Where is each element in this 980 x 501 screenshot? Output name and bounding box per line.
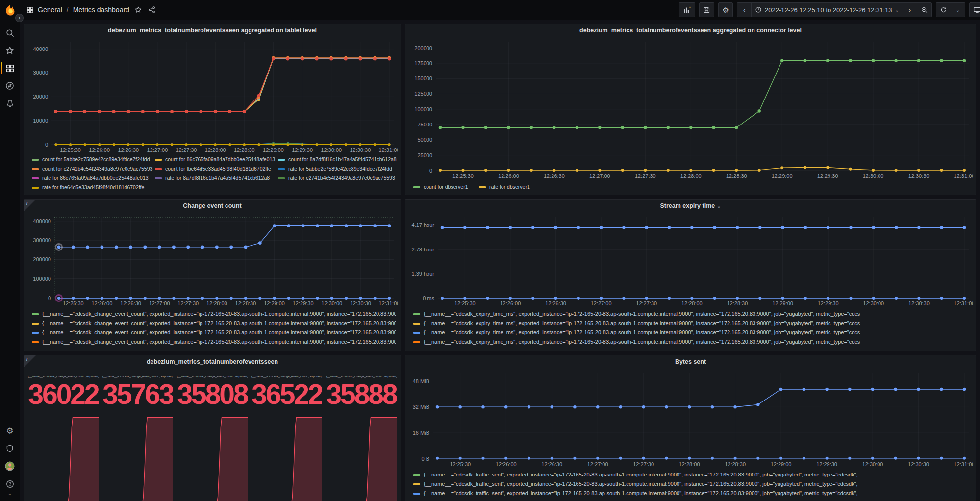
tablet-chart[interactable]: 40000300002000010000012:25:3012:26:0012:… [26, 37, 398, 154]
legend-item[interactable]: count for fbe64d5e33ad45f98f40d181d6702f… [155, 165, 276, 172]
bytes-sent-chart[interactable]: 48 MiB32 MiB16 MiB0 B12:25:3012:26:0012:… [407, 368, 973, 469]
legend-item[interactable]: count for 5abbe2c7589e42cc89e34fdce7f24f… [32, 156, 153, 163]
stat-tile[interactable]: {__name__="cdcsdk_change_event_count", e… [251, 369, 322, 501]
share-dashboard-icon[interactable] [147, 6, 157, 14]
svg-text:25000: 25000 [417, 152, 432, 158]
time-range-forward-button[interactable]: › [903, 2, 917, 17]
legend-item[interactable]: rate for fbe64d5e33ad45f98f40d181d6702ff… [32, 184, 153, 191]
explore-compass-icon[interactable] [0, 77, 20, 95]
panel-title-change-event[interactable]: Change event count [24, 200, 401, 212]
legend-item[interactable]: rate for 5abbe2c7589e42cc89e34fdce7f24fd… [278, 165, 399, 172]
cycle-view-mode-button[interactable] [969, 2, 980, 17]
legend-marker [413, 323, 420, 325]
panel-bytes-sent: Bytes sent 48 MiB32 MiB16 MiB0 B12:25:30… [405, 355, 976, 501]
dashboards-grid-icon[interactable] [26, 6, 34, 14]
svg-text:0: 0 [429, 168, 432, 174]
panel-title-bytes-sent[interactable]: Bytes sent [405, 355, 976, 368]
change-event-chart[interactable]: 400000300000200000100000012:25:3012:26:0… [26, 212, 398, 308]
sidebar-expand-button[interactable]: › [15, 14, 24, 22]
svg-text:12:29:00: 12:29:00 [263, 147, 284, 153]
legend-item[interactable]: {__name__="cdcsdk_traffic_sent", exporte… [413, 489, 971, 498]
dashboard-settings-button[interactable]: ⚙ [718, 2, 733, 17]
svg-text:12:31:00: 12:31:00 [379, 147, 398, 153]
legend-item[interactable]: {__name__="cdcsdk_traffic_sent", exporte… [413, 470, 971, 479]
connector-chart[interactable]: 2000001750001500001250001000007500050000… [407, 37, 973, 180]
stat-value: 35808 [177, 381, 248, 407]
svg-text:12:28:00: 12:28:00 [681, 301, 703, 306]
legend-item[interactable]: count for dbserver1 [413, 184, 468, 190]
refresh-interval-dropdown[interactable]: ⌄ [951, 2, 965, 17]
legend-marker [278, 168, 285, 170]
legend-item[interactable]: {__name__="cdcsdk_change_event_count", e… [32, 337, 396, 347]
stat-tile[interactable]: {__name__="cdcsdk_change_event_count", e… [102, 369, 173, 501]
breadcrumb-dashboard-title[interactable]: Metrics dashboard [73, 6, 129, 14]
legend-item[interactable]: {__name__="cdcsdk_traffic_sent", exporte… [413, 479, 971, 489]
legend-item[interactable]: {__name__="cdcsdk_expiry_time_ms", expor… [413, 309, 971, 319]
search-icon[interactable] [0, 24, 20, 42]
legend-item[interactable]: rate for c2741b4c54f24349a8e97e0c9ac7559… [278, 175, 399, 181]
svg-text:12:28:00: 12:28:00 [205, 147, 226, 153]
legend-item[interactable]: rate for 8a7df8f16c1b47a4a5f4d5741cb612a… [155, 175, 276, 181]
time-range-back-button[interactable]: ‹ [737, 2, 752, 17]
server-admin-shield-icon[interactable] [0, 440, 20, 457]
svg-text:12:25:30: 12:25:30 [452, 173, 474, 179]
stream-expiry-chart[interactable]: 4.17 hour2.78 hour1.39 hour0 ms12:25:301… [407, 212, 973, 308]
help-question-icon[interactable] [0, 475, 20, 493]
stat-tile[interactable]: {__name__="cdcsdk_change_event_count", e… [326, 369, 397, 501]
grafana-logo-icon[interactable] [3, 4, 17, 17]
stream-expiry-legend: {__name__="cdcsdk_expiry_time_ms", expor… [405, 308, 976, 351]
panel-change-event-count: i Change event count 4000003000002000001… [24, 199, 401, 351]
panel-info-corner-icon[interactable]: i [24, 355, 36, 367]
legend-item[interactable]: count for 86c765fa09a84a7dbb0ee25448afe0… [155, 156, 276, 163]
svg-text:0: 0 [48, 295, 51, 301]
dashboards-icon[interactable] [0, 59, 20, 77]
top-navbar: General / Metrics dashboard ⚙ ‹ [20, 0, 980, 20]
panel-title-stream-expiry[interactable]: Stream expiry time ⌄ [405, 200, 976, 212]
legend-item[interactable]: rate for 86c765fa09a84a7dbb0ee25448afe01… [32, 175, 153, 181]
time-range-picker-button[interactable]: 2022-12-26 12:25:10 to 2022-12-26 12:31:… [751, 2, 903, 17]
legend-item[interactable]: count for 8a7df8f16c1b47a4a5f4d5741cb612… [278, 156, 399, 163]
legend-item[interactable]: {__name__="cdcsdk_expiry_time_ms", expor… [413, 328, 971, 337]
legend-item[interactable]: rate for dbserver1 [479, 184, 530, 190]
legend-item[interactable]: {__name__="cdcsdk_change_event_count", e… [32, 328, 396, 337]
legend-item[interactable]: count for c2741b4c54f24349a8e97e0c9ac755… [32, 165, 153, 172]
panel-title-text: Change event count [183, 202, 241, 209]
stat-tile[interactable]: {__name__="cdcsdk_change_event_count", e… [28, 369, 99, 501]
svg-text:4.17 hour: 4.17 hour [412, 222, 435, 228]
legend-item[interactable]: {__name__="cdcsdk_change_event_count", e… [32, 319, 396, 328]
tablet-legend: count for 5abbe2c7589e42cc89e34fdce7f24f… [24, 154, 401, 195]
svg-text:12:25:30: 12:25:30 [60, 147, 81, 153]
svg-text:12:26:00: 12:26:00 [496, 461, 517, 467]
legend-marker [32, 341, 39, 343]
panel-title-connector[interactable]: debezium_metrics_totalnumberofeventsseen… [405, 24, 976, 37]
alerting-bell-icon[interactable] [0, 95, 20, 112]
svg-text:12:26:00: 12:26:00 [91, 301, 112, 306]
refresh-button[interactable] [936, 2, 951, 17]
star-dashboard-icon[interactable] [133, 6, 143, 14]
stat-sparkline [177, 409, 248, 501]
breadcrumb-folder[interactable]: General [38, 6, 62, 14]
legend-item[interactable]: {__name__="cdcsdk_expiry_time_ms", expor… [413, 319, 971, 328]
svg-text:32 MiB: 32 MiB [413, 404, 429, 410]
grafana-app: › ⚙ ⌄ [0, 0, 980, 501]
panel-title-stat[interactable]: debezium_metrics_totalnumberofeventsseen [24, 355, 401, 368]
configuration-gear-icon[interactable]: ⚙ [0, 422, 20, 440]
starred-dashboards-icon[interactable] [0, 42, 20, 59]
change-event-legend: {__name__="cdcsdk_change_event_count", e… [24, 308, 401, 351]
svg-text:12:30:00: 12:30:00 [863, 173, 884, 179]
add-panel-button[interactable] [679, 2, 695, 17]
legend-item[interactable]: {__name__="cdcsdk_traffic_sent", exporte… [413, 498, 971, 501]
user-avatar[interactable] [0, 457, 20, 475]
zoom-out-button[interactable] [917, 2, 932, 17]
panel-title-tablet[interactable]: debezium_metrics_totalnumberofeventsseen… [24, 24, 401, 37]
legend-marker [278, 177, 285, 179]
legend-item[interactable]: {__name__="cdcsdk_change_event_count", e… [32, 309, 396, 319]
svg-text:100000: 100000 [33, 276, 51, 282]
save-dashboard-button[interactable] [699, 2, 714, 17]
legend-marker [155, 159, 162, 161]
panel-menu-chevron-icon[interactable]: ⌄ [717, 203, 721, 209]
legend-marker [32, 332, 39, 334]
stat-tile[interactable]: {__name__="cdcsdk_change_event_count", e… [177, 369, 248, 501]
legend-item[interactable]: {__name__="cdcsdk_expiry_time_ms", expor… [413, 337, 971, 347]
panel-info-corner-icon[interactable]: i [24, 200, 36, 211]
